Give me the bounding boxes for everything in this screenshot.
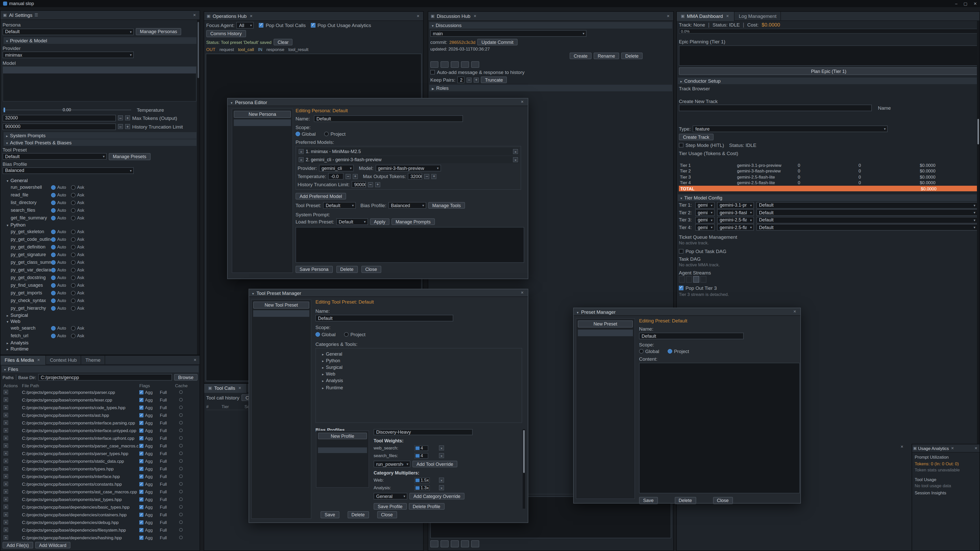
- close-tab-icon[interactable]: [473, 14, 477, 18]
- rename-discussion-button[interactable]: Rename: [593, 52, 619, 59]
- ask-radio[interactable]: [71, 237, 76, 242]
- legend-response[interactable]: response: [266, 47, 284, 52]
- persona-select[interactable]: Default: [3, 28, 134, 35]
- tier-preset-select[interactable]: Default: [756, 217, 977, 223]
- category-tree-item[interactable]: Surgical: [316, 364, 522, 371]
- remove-file-button[interactable]: [3, 397, 8, 402]
- ask-radio[interactable]: [71, 193, 76, 197]
- full-label[interactable]: Full: [160, 474, 167, 479]
- auto-radio[interactable]: [51, 299, 56, 303]
- tier-model-select[interactable]: gemini-3.1-pro-p: [717, 202, 754, 208]
- tab-context-hub[interactable]: Context Hub: [46, 355, 81, 365]
- close-tab-icon[interactable]: [248, 14, 254, 18]
- category-multiplier-input[interactable]: 1.5x: [414, 477, 430, 483]
- full-label[interactable]: Full: [160, 535, 167, 540]
- keep-pairs-input[interactable]: 2: [457, 76, 465, 83]
- full-label[interactable]: Full: [160, 512, 167, 517]
- cache-indicator-icon[interactable]: [179, 536, 183, 539]
- cache-indicator-icon[interactable]: [179, 413, 183, 417]
- tier-provider-select[interactable]: gemini: [695, 217, 714, 223]
- full-label[interactable]: Full: [160, 428, 167, 433]
- agg-checkbox[interactable]: [139, 535, 143, 540]
- ask-radio[interactable]: [71, 326, 76, 330]
- remove-file-button[interactable]: [3, 390, 8, 394]
- close-panel-icon[interactable]: [415, 14, 421, 18]
- composer-action-button[interactable]: [430, 540, 438, 548]
- legend-in[interactable]: IN: [258, 47, 262, 52]
- scrollbar[interactable]: [197, 20, 200, 354]
- agg-checkbox[interactable]: [139, 421, 143, 425]
- remove-file-button[interactable]: [3, 520, 8, 524]
- scope-project-radio[interactable]: [668, 349, 673, 354]
- pop-out-task-dag-checkbox[interactable]: [679, 249, 683, 254]
- persona-name-input[interactable]: [314, 115, 463, 122]
- full-label[interactable]: Full: [160, 443, 167, 448]
- tool-preset-select[interactable]: Default: [323, 202, 356, 209]
- focus-agent-select[interactable]: All: [237, 22, 254, 29]
- cache-indicator-icon[interactable]: [179, 429, 183, 432]
- agg-checkbox[interactable]: [139, 398, 143, 402]
- temperature-input[interactable]: -0.0: [328, 173, 344, 179]
- composer-action-button[interactable]: [441, 540, 449, 548]
- full-label[interactable]: Full: [160, 435, 167, 441]
- full-label[interactable]: Full: [160, 481, 167, 486]
- save-profile-button[interactable]: Save Profile: [374, 503, 407, 510]
- group-web[interactable]: Web: [6, 318, 197, 324]
- decrement-icon[interactable]: [345, 174, 351, 179]
- profile-list-item[interactable]: [318, 453, 367, 459]
- conductor-setup-section[interactable]: Conductor Setup: [678, 78, 978, 84]
- provider-select[interactable]: minimax: [3, 52, 134, 58]
- cache-indicator-icon[interactable]: [179, 398, 183, 402]
- decrement-icon[interactable]: [368, 182, 373, 187]
- cache-indicator-icon[interactable]: [179, 497, 183, 501]
- delete-persona-button[interactable]: Delete: [336, 266, 358, 273]
- remove-file-button[interactable]: [3, 421, 8, 425]
- agg-checkbox[interactable]: [139, 467, 143, 471]
- ask-radio[interactable]: [71, 275, 76, 280]
- composer-action-button[interactable]: [461, 540, 469, 548]
- model-option[interactable]: [3, 67, 196, 74]
- remove-multiplier-icon[interactable]: [439, 478, 444, 483]
- composer-action-button[interactable]: [471, 540, 479, 548]
- cache-indicator-icon[interactable]: [179, 444, 183, 448]
- close-panel-icon[interactable]: [974, 446, 978, 450]
- cache-indicator-icon[interactable]: [179, 520, 183, 524]
- category-tree-item[interactable]: Python: [316, 357, 522, 364]
- auto-radio[interactable]: [51, 230, 56, 234]
- browse-button[interactable]: Browse: [174, 374, 197, 381]
- pop-out-tier3-checkbox[interactable]: [679, 286, 683, 290]
- ask-radio[interactable]: [71, 185, 76, 190]
- entry-action-button[interactable]: [461, 61, 469, 68]
- save-button[interactable]: Save: [321, 511, 339, 518]
- ask-radio[interactable]: [71, 333, 76, 338]
- agg-checkbox[interactable]: [139, 528, 143, 532]
- max-output-input[interactable]: 32000: [408, 173, 422, 179]
- auto-radio[interactable]: [51, 260, 56, 265]
- remove-file-button[interactable]: [3, 443, 8, 448]
- stream-tab[interactable]: [686, 276, 692, 283]
- reorder-handle-icon[interactable]: [299, 157, 304, 162]
- tier-model-config-section[interactable]: Tier Model Config: [678, 194, 978, 201]
- remove-file-button[interactable]: [3, 535, 8, 540]
- create-discussion-button[interactable]: Create: [570, 52, 592, 59]
- agg-checkbox[interactable]: [139, 520, 143, 524]
- full-label[interactable]: Full: [160, 451, 167, 456]
- entry-action-button[interactable]: [430, 61, 438, 68]
- cache-indicator-icon[interactable]: [179, 475, 183, 478]
- agg-checkbox[interactable]: [139, 436, 143, 440]
- agg-checkbox[interactable]: [139, 444, 143, 448]
- bias-profile-select[interactable]: Balanced: [3, 167, 134, 174]
- decrement-icon[interactable]: [466, 77, 472, 83]
- group-surgical[interactable]: Surgical: [6, 312, 197, 318]
- category-tree-item[interactable]: Runtime: [316, 384, 522, 391]
- pop-out-tool-calls-checkbox[interactable]: [259, 23, 264, 27]
- agg-checkbox[interactable]: [139, 405, 143, 410]
- manage-prompts-button[interactable]: Manage Prompts: [391, 218, 434, 225]
- decrement-icon[interactable]: [425, 174, 430, 179]
- increment-icon[interactable]: [125, 124, 130, 129]
- group-runtime[interactable]: Runtime: [6, 346, 197, 352]
- remove-file-button[interactable]: [3, 405, 8, 410]
- clear-status-button[interactable]: Clear: [274, 39, 293, 45]
- tier-preset-select[interactable]: Default: [756, 224, 977, 230]
- close-window-icon[interactable]: ✕: [974, 1, 977, 6]
